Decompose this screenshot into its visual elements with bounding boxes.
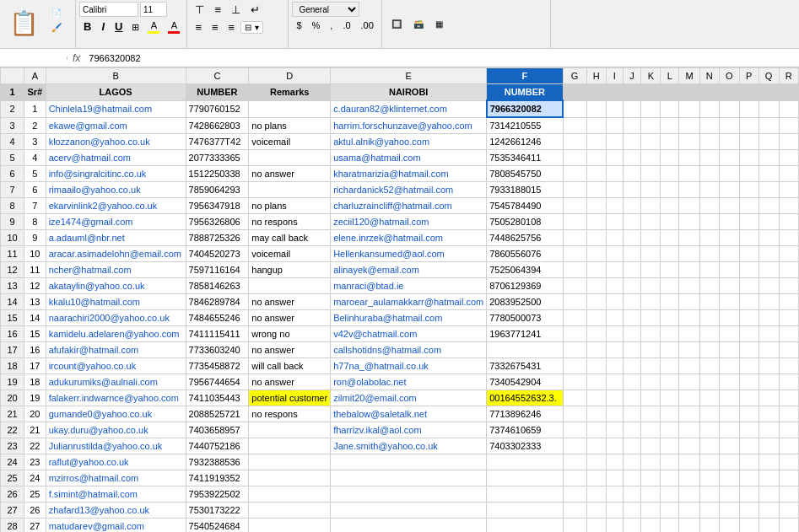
cell-empty[interactable] [641, 454, 661, 470]
cell-empty[interactable] [661, 230, 679, 246]
cell-empty[interactable] [759, 246, 779, 262]
cell-remarks[interactable]: no plans [249, 117, 331, 134]
cell-empty[interactable] [719, 182, 739, 198]
cell-empty[interactable] [606, 310, 623, 326]
cell-empty[interactable] [699, 294, 719, 310]
cell-empty[interactable] [563, 117, 586, 134]
cell-empty[interactable] [759, 214, 779, 230]
cell-lagos-number[interactable]: 7428662803 [186, 117, 249, 134]
cell-empty[interactable] [641, 326, 661, 342]
cell-empty[interactable] [739, 100, 759, 117]
cell-empty[interactable] [563, 470, 586, 486]
row-header-12[interactable]: 12 [1, 262, 24, 278]
cell-nairobi-number[interactable]: 1963771241 [487, 326, 563, 342]
row-header-14[interactable]: 14 [1, 294, 24, 310]
font-name-input[interactable] [79, 2, 138, 17]
cell-sr[interactable]: 27 [24, 519, 46, 533]
cell-empty[interactable] [623, 182, 641, 198]
cell-empty[interactable] [623, 150, 641, 166]
cell-empty[interactable] [779, 358, 798, 374]
cell-empty[interactable] [739, 182, 759, 198]
cell-empty[interactable] [719, 246, 739, 262]
cell-empty[interactable] [779, 519, 798, 533]
cell-lagos-number[interactable]: 7953922502 [186, 486, 249, 502]
cell-empty[interactable] [586, 519, 606, 533]
cell-empty[interactable] [779, 134, 798, 150]
cell-lagos-email[interactable]: ukay.duru@yahoo.co.uk [46, 422, 186, 438]
cell-lagos-email[interactable]: Chinlela19@hatmail.com [46, 100, 186, 117]
cell-empty[interactable] [679, 150, 699, 166]
cell-empty[interactable] [661, 470, 679, 486]
formula-input[interactable] [85, 51, 799, 65]
cell-empty[interactable] [739, 486, 759, 502]
cell-empty[interactable] [699, 246, 719, 262]
cell-nairobi-email[interactable]: zeciil120@hatmail.com [331, 214, 487, 230]
cell-nairobi-number[interactable]: 1242661246 [487, 134, 563, 150]
cell-empty[interactable] [699, 117, 719, 134]
spreadsheet[interactable]: A B C D E F G H I J K L M N O P Q [0, 67, 799, 532]
cell-empty[interactable] [739, 262, 759, 278]
cell-remarks[interactable] [249, 454, 331, 470]
row-header-21[interactable]: 21 [1, 406, 24, 422]
cell-empty[interactable] [661, 438, 679, 454]
cell-empty[interactable] [641, 198, 661, 214]
cell-sr[interactable]: 26 [24, 502, 46, 519]
row-header-7[interactable]: 7 [1, 182, 24, 198]
cell-empty[interactable] [779, 150, 798, 166]
italic-button[interactable]: I [97, 19, 109, 36]
cell-empty[interactable] [623, 519, 641, 533]
cell-empty[interactable] [586, 182, 606, 198]
cell-nairobi-email[interactable]: thebalow@saletalk.net [331, 406, 487, 422]
cell-empty[interactable] [679, 278, 699, 294]
cell-empty[interactable] [586, 294, 606, 310]
cell-empty[interactable] [779, 278, 798, 294]
cell-lagos-email[interactable]: raflut@yahoo.co.uk [46, 454, 186, 470]
cell-empty[interactable] [641, 214, 661, 230]
cell-sr[interactable]: 12 [24, 278, 46, 294]
col-header-p[interactable]: P [739, 68, 759, 84]
cell-empty[interactable] [586, 100, 606, 117]
cell-empty[interactable] [606, 230, 623, 246]
cell-empty[interactable] [679, 310, 699, 326]
cell-nairobi-email[interactable]: fharrizv.ikal@aol.com [331, 422, 487, 438]
col-header-m[interactable]: M [679, 68, 699, 84]
cell-empty[interactable] [779, 470, 798, 486]
cell-lagos-number[interactable]: 7733603240 [186, 342, 249, 358]
cell-empty[interactable] [661, 486, 679, 502]
cell-empty[interactable] [641, 166, 661, 182]
cell-empty[interactable] [759, 342, 779, 358]
cell-empty[interactable] [563, 198, 586, 214]
cell-empty[interactable] [679, 438, 699, 454]
align-top-button[interactable]: ⊤ [191, 2, 208, 18]
cell-lagos-email[interactable]: naarachiri2000@yahoo.co.uk [46, 310, 186, 326]
cell-lagos-number[interactable]: 7411035443 [186, 390, 249, 406]
cell-empty[interactable] [606, 262, 623, 278]
cell-empty[interactable] [661, 454, 679, 470]
cell-nairobi-email[interactable]: richardanick52@hatmail.com [331, 182, 487, 198]
align-bottom-button[interactable]: ⊥ [227, 2, 245, 18]
cell-sr[interactable]: 16 [24, 342, 46, 358]
cell-empty[interactable] [661, 422, 679, 438]
cell-empty[interactable] [586, 358, 606, 374]
cell-empty[interactable] [699, 150, 719, 166]
cell-remarks[interactable] [249, 502, 331, 519]
font-color-button[interactable]: A [165, 19, 183, 35]
cell-empty[interactable] [719, 262, 739, 278]
cell-lagos-number[interactable]: 7790760152 [186, 100, 249, 117]
cell-lagos-email[interactable]: aracar.asimadelohn@email.com [46, 246, 186, 262]
cell-empty[interactable] [661, 390, 679, 406]
cell-sr[interactable]: 25 [24, 486, 46, 502]
cell-sr[interactable]: 14 [24, 310, 46, 326]
cell-empty[interactable] [641, 117, 661, 134]
row-header-20[interactable]: 20 [1, 390, 24, 406]
cell-empty[interactable] [719, 198, 739, 214]
cell-remarks[interactable] [249, 100, 331, 117]
cell-lagos-email[interactable]: info@singralcitinc.co.uk [46, 166, 186, 182]
cell-empty[interactable] [739, 117, 759, 134]
cell-empty[interactable] [563, 486, 586, 502]
cell-nairobi-number[interactable] [487, 470, 563, 486]
cell-empty[interactable] [779, 310, 798, 326]
cell-empty[interactable] [699, 262, 719, 278]
cell-nairobi-number[interactable] [487, 342, 563, 358]
cell-lagos-email[interactable]: matudarev@gmail.com [46, 519, 186, 533]
